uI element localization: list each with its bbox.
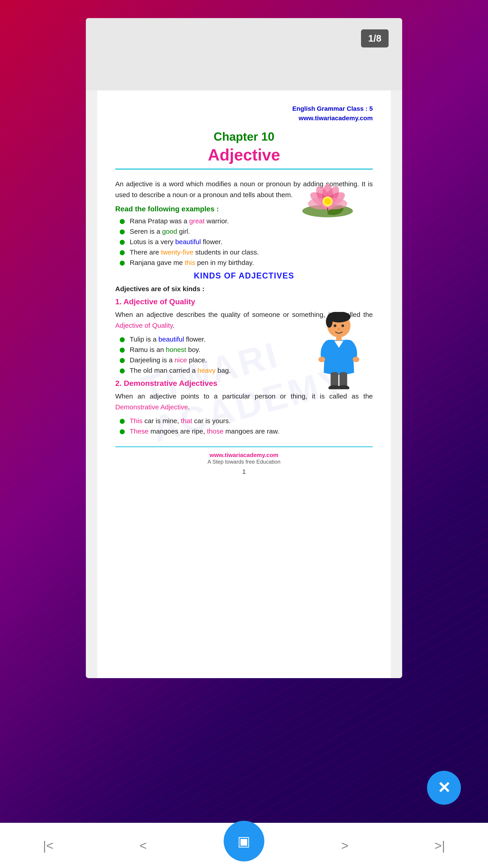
document-content: TIWARIACADEMY English Grammar Class : 5 …	[97, 90, 391, 678]
nav-center-button[interactable]: ▣	[224, 821, 264, 862]
type2-description: When an adjective points to a particular…	[115, 391, 373, 412]
h-honest: honest	[166, 346, 186, 353]
highlight-beautiful1: beautiful	[175, 238, 201, 246]
bullet-dot	[120, 429, 125, 434]
type1-heading: 1. Adjective of Quality	[115, 297, 373, 306]
page-container: 1/8 TIWARIACADEMY English Grammar Class …	[86, 18, 402, 678]
footer-page-number: 1	[115, 468, 373, 475]
svg-rect-21	[339, 372, 347, 387]
list-item: These mangoes are ripe, those mangoes ar…	[120, 428, 373, 435]
top-gray-area	[86, 18, 402, 90]
highlight-great: great	[189, 217, 204, 225]
footer-url: www.tiwariacademy.com	[115, 452, 373, 459]
bullet-dot	[120, 337, 125, 342]
list-item: Lotus is a very beautiful flower.	[120, 238, 373, 246]
svg-point-18	[319, 357, 325, 362]
h-nice: nice	[174, 356, 187, 364]
website-url: www.tiwariacademy.com	[115, 114, 373, 123]
h-heavy: heavy	[197, 367, 216, 374]
list-item: There are twenty-five students in our cl…	[120, 248, 373, 256]
list-item: Ranjana gave me this pen in my birthday.	[120, 259, 373, 267]
boy-image	[314, 312, 364, 375]
doc-footer: www.tiwariacademy.com A Step towards fre…	[115, 446, 373, 475]
highlight-good: good	[162, 228, 177, 235]
bullet-dot	[120, 250, 125, 255]
svg-point-19	[353, 357, 359, 362]
svg-point-15	[341, 324, 344, 327]
lotus-image	[296, 167, 359, 217]
bottom-nav-bar: |< < ▣ > >|	[0, 823, 488, 868]
kinds-heading: KINDS OF ADJECTIVES	[115, 271, 373, 281]
footer-tagline: A Step towards free Education	[115, 459, 373, 465]
highlight-this: this	[185, 259, 195, 266]
svg-rect-20	[330, 372, 338, 387]
screen-icon: ▣	[237, 833, 250, 849]
svg-point-14	[334, 324, 336, 327]
bullet-dot	[120, 240, 125, 245]
bullet-dot	[120, 419, 125, 424]
bullet-dot	[120, 219, 125, 224]
close-button[interactable]: ✕	[427, 771, 461, 805]
chapter-number: Chapter 10	[115, 130, 373, 143]
h-these: These	[130, 428, 149, 435]
close-icon: ✕	[437, 780, 451, 796]
list-item: Rana Pratap was a great warrior.	[120, 217, 373, 225]
h-this2: This	[130, 417, 142, 425]
class-info: English Grammar Class : 5	[115, 104, 373, 114]
nav-next-button[interactable]: >	[332, 834, 358, 857]
examples-list: Rana Pratap was a great warrior. Seren i…	[115, 217, 373, 267]
bullet-dot	[120, 260, 125, 266]
h-that: that	[181, 417, 192, 425]
svg-point-13	[326, 315, 332, 328]
chapter-title: Adjective	[115, 146, 373, 164]
header-info: English Grammar Class : 5 www.tiwariacad…	[115, 104, 373, 123]
list-item: Seren is a good girl.	[120, 228, 373, 235]
bullet-dot	[120, 368, 125, 373]
h-those: those	[207, 428, 223, 435]
page-badge: 1/8	[361, 29, 389, 48]
kinds-subtext: Adjectives are of six kinds :	[115, 285, 373, 293]
svg-point-23	[337, 385, 350, 389]
list-item: This car is mine, that car is yours.	[120, 417, 373, 425]
doc-inner: English Grammar Class : 5 www.tiwariacad…	[115, 104, 373, 475]
type2-examples-list: This car is mine, that car is yours. The…	[115, 417, 373, 435]
bullet-dot	[120, 348, 125, 352]
h-beautiful2: beautiful	[158, 336, 184, 343]
type2-link: Demonstrative Adjective	[115, 403, 188, 411]
bullet-dot	[120, 229, 125, 235]
highlight-twentyfive: twenty-five	[161, 248, 193, 256]
type1-link: Adjective of Quality	[115, 322, 173, 329]
svg-point-16	[338, 328, 340, 330]
nav-prev-button[interactable]: <	[130, 834, 156, 857]
svg-point-9	[324, 198, 331, 205]
nav-first-button[interactable]: |<	[34, 834, 63, 857]
bullet-dot	[120, 358, 125, 363]
nav-last-button[interactable]: >|	[425, 834, 454, 857]
